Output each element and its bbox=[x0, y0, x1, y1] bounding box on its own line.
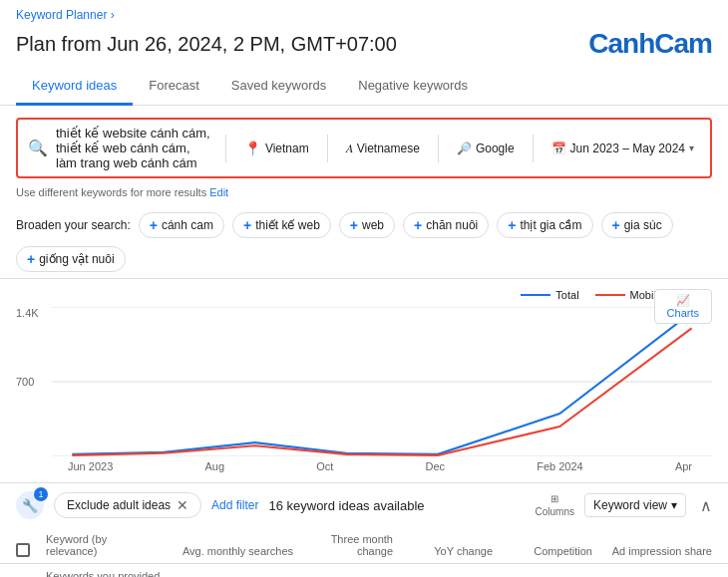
keyword-view-label: Keyword view bbox=[593, 498, 667, 512]
chip-label-4: thịt gia cầm bbox=[520, 218, 581, 232]
legend-total-label: Total bbox=[555, 289, 578, 301]
chip-label-0: cánh cam bbox=[162, 218, 213, 232]
broaden-chip-4[interactable]: +thịt gia cầm bbox=[497, 212, 592, 238]
language-icon: 𝐴 bbox=[346, 142, 353, 155]
columns-label: Columns bbox=[536, 506, 574, 517]
y-axis: 1.4K 700 bbox=[16, 307, 48, 456]
columns-icon: ⊞ bbox=[550, 493, 558, 504]
col-three-month: Three month change bbox=[293, 533, 393, 557]
broaden-chip-1[interactable]: +thiết kế web bbox=[232, 212, 331, 238]
broaden-chip-5[interactable]: +gia súc bbox=[601, 212, 673, 238]
exclude-adult-chip[interactable]: Exclude adult ideas ✕ bbox=[54, 492, 201, 518]
brand-part2: Cam bbox=[654, 28, 712, 59]
broaden-chip-6[interactable]: +giống vật nuôi bbox=[16, 246, 126, 272]
chip-label-6: giống vật nuôi bbox=[39, 252, 114, 266]
broaden-section: Broaden your search: +cánh cam +thiết kế… bbox=[0, 206, 728, 278]
brand-part1: Canh bbox=[588, 28, 654, 59]
filter-icon: 🔧 bbox=[22, 498, 38, 513]
edit-link[interactable]: Edit bbox=[209, 186, 228, 198]
table-header: Keyword (by relevance) Avg. monthly sear… bbox=[0, 527, 728, 564]
filter-bar: 🔧 1 Exclude adult ideas ✕ Add filter 16 … bbox=[0, 482, 728, 527]
plus-icon: + bbox=[27, 251, 35, 267]
line-chart-icon: 📈 bbox=[676, 294, 690, 307]
plus-icon: + bbox=[243, 217, 251, 233]
charts-btn-label: Charts bbox=[667, 307, 699, 319]
x-label-1: Aug bbox=[204, 460, 224, 472]
x-label-5: Apr bbox=[675, 460, 692, 472]
page-header: Plan from Jun 26, 2024, 2 PM, GMT+07:00 … bbox=[0, 24, 728, 68]
chip-label-1: thiết kế web bbox=[255, 218, 320, 232]
tab-forecast[interactable]: Forecast bbox=[133, 68, 215, 106]
date-range-label: Jun 2023 – May 2024 bbox=[570, 142, 685, 155]
language-tag[interactable]: 𝐴 Vietnamese bbox=[340, 138, 426, 159]
search-icon: 🔍 bbox=[28, 139, 48, 157]
chart-controls: 📈 Charts bbox=[654, 289, 712, 324]
columns-button[interactable]: ⊞ Columns bbox=[536, 493, 574, 517]
date-range-selector[interactable]: 📅 Jun 2023 – May 2024 ▾ bbox=[546, 138, 700, 159]
broaden-label: Broaden your search: bbox=[16, 218, 131, 232]
keyword-view-button[interactable]: Keyword view ▾ bbox=[584, 493, 686, 517]
y-label-mid: 700 bbox=[16, 376, 34, 388]
chip-label-3: chăn nuôi bbox=[426, 218, 478, 232]
brand-logo: CanhCam bbox=[588, 28, 712, 60]
x-label-0: Jun 2023 bbox=[68, 460, 113, 472]
filter-badge: 1 bbox=[34, 487, 48, 501]
total-line bbox=[72, 312, 691, 454]
close-icon[interactable]: ✕ bbox=[177, 497, 188, 513]
collapse-button[interactable]: ∧ bbox=[700, 496, 712, 515]
divider3 bbox=[438, 135, 439, 162]
tab-saved-keywords[interactable]: Saved keywords bbox=[215, 68, 342, 106]
search-bar: 🔍 thiết kế website cánh cám, thiết kế we… bbox=[16, 118, 712, 178]
location-label: Vietnam bbox=[265, 142, 309, 155]
ideas-count: 16 keyword ideas available bbox=[268, 498, 424, 513]
filter-icon-wrap[interactable]: 🔧 1 bbox=[16, 491, 44, 519]
divider4 bbox=[533, 135, 534, 162]
add-filter-button[interactable]: Add filter bbox=[211, 498, 258, 512]
y-label-top: 1.4K bbox=[16, 307, 39, 319]
location-icon: 📍 bbox=[244, 141, 261, 156]
checkbox-header[interactable] bbox=[16, 543, 46, 557]
search-query-text: thiết kế website cánh cám, thiết kế web … bbox=[56, 126, 213, 170]
location-tag[interactable]: 📍 Vietnam bbox=[238, 137, 315, 160]
col-yoy: YoY change bbox=[393, 545, 493, 557]
table-group-label: Keywords you provided bbox=[0, 564, 728, 577]
x-axis-labels: Jun 2023 Aug Oct Dec Feb 2024 Apr bbox=[48, 456, 712, 472]
plus-icon: + bbox=[612, 217, 620, 233]
page-title: Plan from Jun 26, 2024, 2 PM, GMT+07:00 bbox=[16, 33, 397, 56]
use-different-keywords: Use different keywords for more results … bbox=[0, 184, 728, 206]
breadcrumb-chevron: › bbox=[111, 8, 115, 22]
chart-svg bbox=[52, 307, 712, 456]
calendar-icon: 📅 bbox=[551, 142, 566, 155]
breadcrumb-link[interactable]: Keyword Planner bbox=[16, 8, 107, 22]
broaden-chip-0[interactable]: +cánh cam bbox=[139, 212, 224, 238]
legend-total: Total bbox=[521, 289, 578, 301]
search-engine-icon: 🔎 bbox=[457, 142, 472, 155]
tab-keyword-ideas[interactable]: Keyword ideas bbox=[16, 68, 133, 106]
tab-negative-keywords[interactable]: Negative keywords bbox=[342, 68, 484, 106]
search-engine-label: Google bbox=[476, 142, 515, 155]
select-all-checkbox[interactable] bbox=[16, 543, 30, 557]
plus-icon: + bbox=[150, 217, 158, 233]
broaden-chip-2[interactable]: +web bbox=[339, 212, 395, 238]
col-ad-impression: Ad impression share bbox=[592, 545, 712, 557]
col-competition: Competition bbox=[493, 545, 592, 557]
search-engine-tag[interactable]: 🔎 Google bbox=[451, 138, 521, 159]
x-label-4: Feb 2024 bbox=[537, 460, 582, 472]
mobile-line-indicator bbox=[595, 294, 625, 296]
chart-svg-container bbox=[52, 307, 712, 456]
chart-wrapper: 1.4K 700 bbox=[16, 307, 712, 456]
tab-bar: Keyword ideas Forecast Saved keywords Ne… bbox=[0, 68, 728, 106]
chip-label-2: web bbox=[362, 218, 384, 232]
chevron-down-icon: ▾ bbox=[689, 143, 694, 153]
x-label-3: Dec bbox=[425, 460, 445, 472]
charts-button[interactable]: 📈 Charts bbox=[654, 289, 712, 324]
chart-legend: Total Mobile bbox=[16, 289, 662, 301]
chart-area: 📈 Charts Total Mobile 1.4K 700 bbox=[0, 278, 728, 482]
breadcrumb: Keyword Planner › bbox=[0, 0, 728, 24]
col-keyword: Keyword (by relevance) bbox=[46, 533, 154, 557]
legend-mobile: Mobile bbox=[595, 289, 662, 301]
chip-label-5: gia súc bbox=[624, 218, 662, 232]
exclude-chip-label: Exclude adult ideas bbox=[67, 498, 171, 512]
broaden-chip-3[interactable]: +chăn nuôi bbox=[403, 212, 489, 238]
divider bbox=[225, 135, 226, 162]
